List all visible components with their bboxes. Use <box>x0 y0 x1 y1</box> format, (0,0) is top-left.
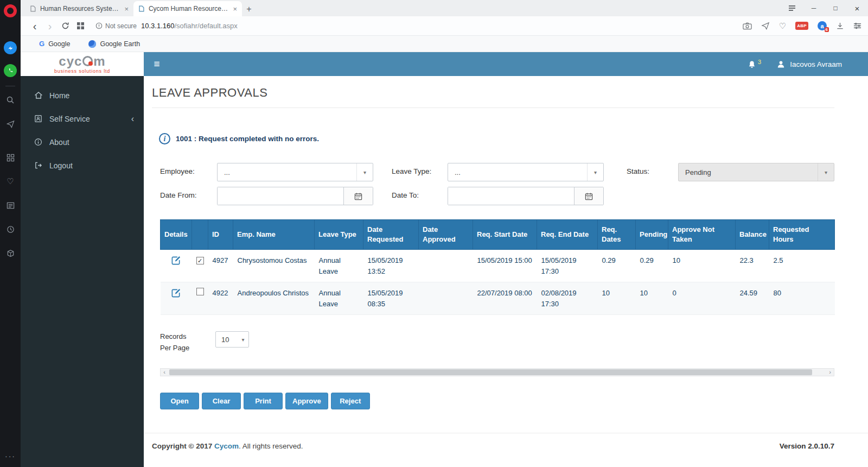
more-options-icon[interactable]: ··· <box>5 452 16 460</box>
reject-button[interactable]: Reject <box>331 393 370 409</box>
sidebar-toggle-hamburger-icon[interactable]: ≡ <box>144 52 170 76</box>
row-checkbox[interactable] <box>196 288 204 295</box>
download-icon[interactable] <box>836 22 844 30</box>
records-per-page-select[interactable]: 10 ▾ <box>215 331 249 348</box>
sidebar-item-label: Logout <box>49 161 73 170</box>
workspaces-icon[interactable] <box>0 149 21 166</box>
horizontal-scrollbar[interactable]: ‹ › <box>160 368 834 376</box>
new-tab-button[interactable]: + <box>242 2 256 16</box>
details-edit-button[interactable] <box>171 288 181 298</box>
sidebar-item-label: Home <box>49 91 69 100</box>
print-button[interactable]: Print <box>244 393 283 409</box>
cell-date-approved <box>419 282 473 315</box>
whatsapp-icon[interactable] <box>4 64 17 77</box>
tab-close-icon[interactable]: × <box>124 5 129 13</box>
clear-button[interactable]: Clear <box>202 393 241 409</box>
snapshot-camera-icon[interactable] <box>743 22 752 30</box>
open-button[interactable]: Open <box>160 393 199 409</box>
back-button[interactable]: ‹ <box>27 18 42 34</box>
opera-logo[interactable] <box>4 4 17 17</box>
bookmark-heart-icon[interactable]: ♡ <box>779 21 786 31</box>
user-menu[interactable]: Iacovos Avraam <box>776 60 842 69</box>
news-icon[interactable] <box>0 197 21 213</box>
close-button[interactable]: × <box>846 0 868 16</box>
bookmark-google-earth[interactable]: Google Earth <box>88 40 140 48</box>
tab-cycom-hr[interactable]: Cycom Human Resources 2 × <box>133 1 242 16</box>
cell-id: 4922 <box>208 282 233 315</box>
extensions-box-icon[interactable] <box>0 245 21 261</box>
calendar-icon <box>585 192 593 200</box>
brand-link[interactable]: Cycom <box>214 442 239 450</box>
antivirus-extension-badge[interactable]: a 6 <box>818 21 827 30</box>
speed-dial-icon[interactable] <box>73 18 88 34</box>
maximize-button[interactable]: □ <box>825 0 846 16</box>
sidebar-item-home[interactable]: Home <box>21 84 144 107</box>
page-favicon <box>30 5 36 12</box>
info-icon: i <box>159 133 170 144</box>
notifications-button[interactable]: 3 <box>748 60 761 68</box>
sidebar-menu: Home Self Service ‹ About Logout <box>21 76 144 177</box>
tab-hr-system[interactable]: Human Resources System - × <box>25 1 133 16</box>
app-sidebar: cyc m business solutions ltd Home Self S… <box>21 52 144 467</box>
leave-type-select[interactable]: ... ▾ <box>448 163 604 181</box>
cell-pending: 0.29 <box>636 250 668 282</box>
rail-divider <box>5 86 15 86</box>
date-to-input[interactable] <box>448 187 574 205</box>
search-icon[interactable] <box>0 92 21 108</box>
url-text[interactable]: 10.3.1.160/sofiahr/default.aspx <box>141 22 238 30</box>
scroll-left-arrow[interactable]: ‹ <box>161 369 168 376</box>
tab-menu-icon[interactable] <box>781 0 803 16</box>
bookmark-google[interactable]: G Google <box>39 40 70 48</box>
scrollbar-track[interactable] <box>168 369 826 376</box>
settings-tune-icon[interactable] <box>853 22 861 30</box>
url-bar[interactable]: Not secure 10.3.1.160/sofiahr/default.as… <box>95 22 743 30</box>
cell-req-dates: 0.29 <box>598 250 636 282</box>
scroll-right-arrow[interactable]: › <box>826 369 834 376</box>
status-select[interactable]: Pending ▾ <box>678 163 834 181</box>
minimize-button[interactable]: ─ <box>803 0 825 16</box>
sidebar-item-self-service[interactable]: Self Service ‹ <box>21 107 144 130</box>
cell-req-dates: 10 <box>598 282 636 315</box>
edit-icon <box>171 288 181 298</box>
column-header-balance: Balance <box>736 220 769 250</box>
approve-button[interactable]: Approve <box>285 393 328 409</box>
page-title: LEAVE APPROVALS <box>152 86 834 108</box>
scrollbar-thumb[interactable] <box>169 369 812 375</box>
details-edit-button[interactable] <box>171 255 181 266</box>
status-label: Status: <box>627 163 678 175</box>
my-flow-icon[interactable] <box>761 22 770 30</box>
employee-select[interactable]: ... ▾ <box>217 163 373 181</box>
edit-icon <box>171 255 181 266</box>
filters-panel: Employee: ... ▾ Leave Type: ... ▾ Status… <box>160 163 834 205</box>
address-toolbar: ‹ › Not secure 10.3.1.160/sofiahr/defaul… <box>21 16 868 36</box>
cycom-logo[interactable]: cyc m business solutions ltd <box>21 52 144 76</box>
row-checkbox[interactable]: ✓ <box>196 257 204 264</box>
date-to-calendar-button[interactable] <box>574 187 603 205</box>
tab-title: Human Resources System - <box>40 5 121 12</box>
column-header-requested-hours: Requested Hours <box>769 220 835 250</box>
info-message-row: i 1001 : Request completed with no error… <box>159 133 834 144</box>
history-clock-icon[interactable] <box>0 221 21 237</box>
column-header-date-requested: Date Requested <box>363 220 419 250</box>
reload-button[interactable] <box>58 18 73 34</box>
cell-req-end-date: 15/05/2019 17:30 <box>537 250 598 282</box>
sidebar-item-logout[interactable]: Logout <box>21 154 144 177</box>
security-badge[interactable]: Not secure <box>95 22 137 30</box>
column-header-select <box>192 220 208 250</box>
bookmark-label: Google <box>48 40 70 48</box>
favorites-heart-icon[interactable]: ♡ <box>0 173 21 190</box>
forward-button[interactable]: › <box>42 18 58 34</box>
tab-close-icon[interactable]: × <box>233 5 237 13</box>
flow-send-icon[interactable] <box>0 116 21 132</box>
security-badge-label: Not secure <box>105 22 137 30</box>
hr-application: cyc m business solutions ltd Home Self S… <box>21 52 868 467</box>
date-from-calendar-button[interactable] <box>343 187 373 205</box>
leave-approvals-table: Details ID Emp. Name Leave Type Date Req… <box>160 219 835 315</box>
messenger-icon[interactable] <box>4 41 17 54</box>
employee-label: Employee: <box>160 163 217 175</box>
adblock-extension-badge[interactable]: ABP <box>795 22 808 30</box>
sidebar-item-about[interactable]: About <box>21 130 144 154</box>
date-from-input[interactable] <box>218 187 343 205</box>
cell-date-approved <box>419 250 473 282</box>
table-header-row: Details ID Emp. Name Leave Type Date Req… <box>161 220 835 250</box>
